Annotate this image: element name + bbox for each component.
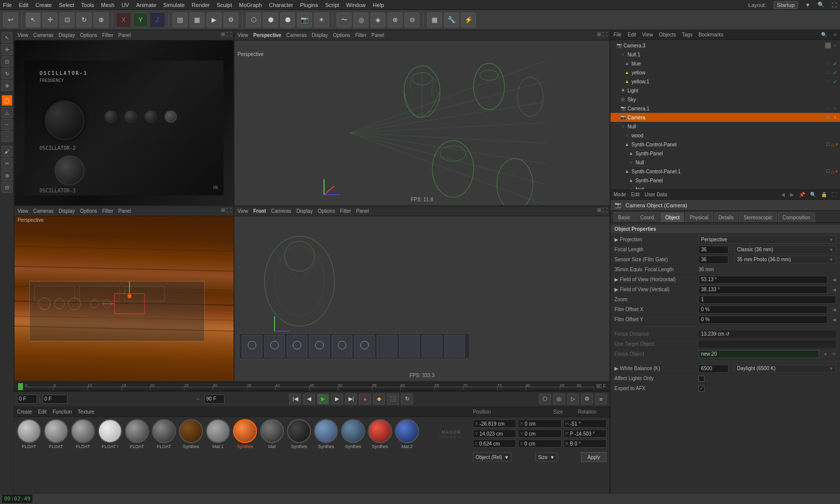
vp-bl-options[interactable]: Options bbox=[80, 208, 97, 214]
render-region-btn[interactable]: ▤ bbox=[172, 12, 188, 27]
search-icon[interactable]: 🔍 bbox=[818, 1, 824, 8]
sidebar-knife[interactable]: ✂ bbox=[2, 158, 12, 169]
vp-br-icon2[interactable]: ⛶ bbox=[602, 207, 608, 213]
tab-composition[interactable]: Composition bbox=[778, 212, 815, 222]
z-axis-btn[interactable]: Z bbox=[150, 12, 165, 27]
mat-item-2[interactable]: FLOAT bbox=[71, 419, 95, 449]
vp-tl-filter[interactable]: Filter bbox=[102, 32, 113, 38]
mat-item-11[interactable]: Synthes bbox=[314, 419, 338, 449]
filmx-input[interactable]: 0 % bbox=[698, 306, 828, 314]
fovh-arrow[interactable]: ◀ bbox=[832, 277, 836, 282]
record-btn[interactable]: ● bbox=[359, 394, 371, 405]
viewport-bottom-left[interactable]: View Cameras Display Options Filter Pane… bbox=[14, 206, 234, 382]
vp-tr-icon1[interactable]: ⊞ bbox=[597, 31, 601, 37]
mat-item-5[interactable]: FLOAT bbox=[152, 419, 176, 449]
fovv-arrow[interactable]: ◀ bbox=[832, 287, 836, 292]
coord-z-pos[interactable]: Z 0.624 cm bbox=[473, 440, 516, 448]
mograph-btn[interactable]: ⊕ bbox=[388, 12, 402, 27]
tl-more-btn[interactable]: ≡ bbox=[595, 394, 607, 405]
vp-tr-view[interactable]: View bbox=[238, 32, 248, 38]
obj-view[interactable]: View bbox=[642, 32, 653, 37]
cam-badge2[interactable]: ✕ bbox=[832, 114, 838, 120]
cam1-vis[interactable]: ☐ bbox=[825, 105, 831, 111]
render-view-btn[interactable]: ▦ bbox=[190, 12, 204, 27]
projection-dropdown[interactable]: Perspective ▼ bbox=[698, 236, 836, 244]
tab-stereoscopic[interactable]: Stereoscopic bbox=[739, 212, 777, 222]
yellow1-check[interactable]: ✓ bbox=[832, 78, 838, 84]
vp-tl-panel[interactable]: Panel bbox=[118, 32, 132, 38]
yellow-vis1[interactable]: ☐ bbox=[825, 69, 831, 75]
attr-forward-icon[interactable]: ▶ bbox=[790, 192, 794, 197]
vp-bl-icon2[interactable]: ⛶ bbox=[226, 207, 232, 213]
y-axis-btn[interactable]: Y bbox=[133, 12, 148, 27]
coord-x-pos[interactable]: X -26.819 cm bbox=[473, 420, 516, 428]
render-settings-btn[interactable]: ⚙ bbox=[224, 12, 238, 27]
vp-bl-view[interactable]: View bbox=[18, 208, 28, 214]
fovv-input[interactable]: 38.133 ° bbox=[698, 286, 828, 294]
obj-null-sp2[interactable]: ○ Null bbox=[610, 185, 840, 189]
size-mode-dropdown[interactable]: Size ▼ bbox=[536, 453, 557, 462]
vp-bl-icon1[interactable]: ⊞ bbox=[221, 207, 225, 213]
obj-blue[interactable]: ▲ blue ☐ ✓ bbox=[610, 59, 840, 68]
tab-coord[interactable]: Coord. bbox=[636, 212, 660, 222]
coord-z-size[interactable]: Z 0 cm bbox=[518, 440, 561, 448]
tab-physical[interactable]: Physical bbox=[685, 212, 712, 222]
obj-objects[interactable]: Objects bbox=[659, 32, 676, 37]
vp-br-panel[interactable]: Panel bbox=[356, 208, 369, 214]
coord-x-rot[interactable]: H -51 ° bbox=[564, 420, 606, 428]
sidebar-magnet[interactable]: ⊛ bbox=[2, 170, 12, 181]
menu-file[interactable]: File bbox=[3, 2, 12, 8]
afx-checkbox[interactable] bbox=[698, 386, 704, 392]
select-btn[interactable]: ↖ bbox=[26, 12, 40, 27]
vp-br-icon1[interactable]: ⊞ bbox=[597, 207, 601, 213]
attr-search-icon[interactable]: 🔍 bbox=[810, 192, 816, 197]
mat-item-12[interactable]: Synthes bbox=[341, 419, 365, 449]
camera3-badge2[interactable]: ✕ bbox=[832, 42, 838, 48]
zoom-input[interactable]: 1 bbox=[698, 296, 836, 304]
play-btn[interactable]: ▶ bbox=[317, 394, 329, 405]
scene-btn[interactable]: ⬢ bbox=[263, 12, 278, 27]
lights-checkbox[interactable] bbox=[698, 376, 704, 382]
expand-icon[interactable]: ⛶ bbox=[832, 2, 837, 8]
camera-btn[interactable]: 📷 bbox=[297, 12, 312, 27]
coord-y-pos[interactable]: Y 14.023 cm bbox=[473, 430, 516, 438]
transform-btn[interactable]: ⊕ bbox=[94, 12, 108, 27]
vp-tl-icon1[interactable]: ⊞ bbox=[221, 31, 225, 37]
attr-mode[interactable]: Mode bbox=[614, 192, 626, 197]
obj-bookmarks[interactable]: Bookmarks bbox=[698, 32, 724, 37]
render-queue-btn[interactable]: ▷ bbox=[567, 394, 579, 405]
sidebar-scale[interactable]: ⊡ bbox=[2, 56, 12, 67]
prev-frame-btn[interactable]: ◀ bbox=[303, 394, 315, 405]
obj-light[interactable]: ☀ Light bbox=[610, 86, 840, 95]
obj-btn[interactable]: ⬡ bbox=[246, 12, 261, 27]
timeline-track[interactable]: 0 5 10 15 20 25 30 35 bbox=[25, 383, 594, 390]
vp-tl-icon2[interactable]: ⛶ bbox=[226, 31, 232, 37]
mat-item-13[interactable]: Synthes bbox=[368, 419, 392, 449]
obj-wood[interactable]: ○ wood bbox=[610, 131, 840, 140]
object-system-dropdown[interactable]: Object (Rel) ▼ bbox=[473, 453, 512, 462]
mat-create[interactable]: Create bbox=[17, 409, 32, 415]
menu-select[interactable]: Select bbox=[59, 2, 74, 8]
menu-create[interactable]: Create bbox=[36, 2, 52, 8]
menu-mesh[interactable]: Mesh bbox=[101, 2, 114, 8]
blue-check[interactable]: ✓ bbox=[832, 60, 838, 66]
sidebar-mirror[interactable]: ⊟ bbox=[2, 182, 12, 193]
synth-cp-b1[interactable]: ☐ bbox=[826, 142, 830, 147]
synth-cp-b2[interactable]: △ bbox=[831, 142, 834, 147]
mat-btn[interactable]: ◎ bbox=[553, 394, 565, 405]
move-btn[interactable]: ✛ bbox=[42, 12, 58, 27]
end-frame-input[interactable] bbox=[204, 395, 224, 404]
effector-btn[interactable]: ⊖ bbox=[404, 12, 420, 27]
goto-start-btn[interactable]: |◀ bbox=[289, 394, 301, 405]
vp-br-filter[interactable]: Filter bbox=[340, 208, 351, 214]
obj-close-icon[interactable]: ✕ bbox=[833, 32, 837, 37]
sidebar-select[interactable]: ↖ bbox=[2, 32, 12, 43]
obj-synth-panel2[interactable]: ▲ Synth-Panel bbox=[610, 176, 840, 185]
menu-mograph[interactable]: MoGraph bbox=[239, 2, 262, 8]
filmx-arrow[interactable]: ◀ bbox=[832, 307, 836, 312]
mat-texture[interactable]: Texture bbox=[78, 409, 94, 415]
sidebar-paint[interactable]: 🖌 bbox=[2, 146, 12, 157]
menu-window[interactable]: Window bbox=[346, 2, 366, 8]
menu-simulate[interactable]: Simulate bbox=[164, 2, 185, 8]
filmy-arrow[interactable]: ◀ bbox=[832, 317, 836, 322]
